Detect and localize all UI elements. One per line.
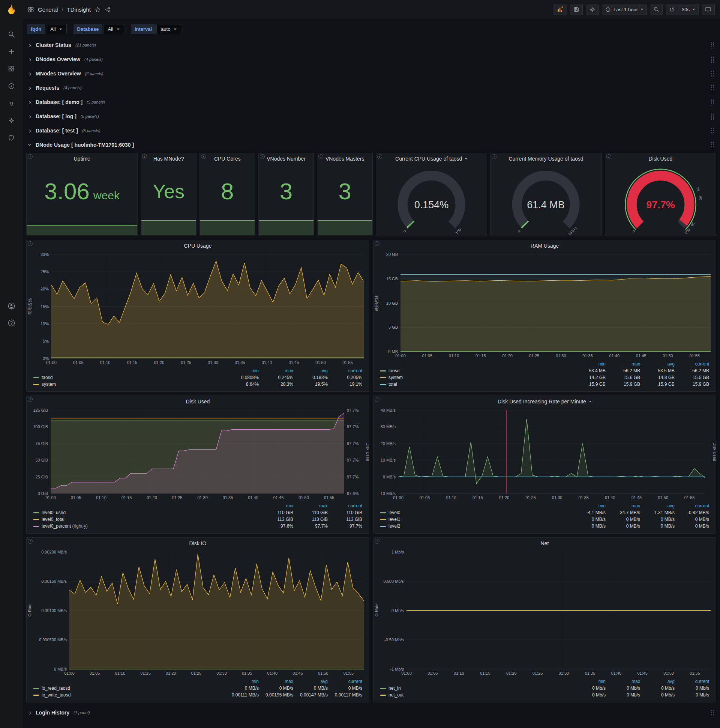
panel-title[interactable]: CPU Usage [27, 240, 369, 251]
panel-title[interactable]: VNodes Masters [317, 153, 372, 164]
dashboard-settings-button[interactable] [586, 4, 599, 15]
legend-column-header[interactable]: current [329, 367, 364, 374]
info-icon[interactable]: i [375, 539, 380, 544]
variable-interval-dropdown[interactable]: auto [156, 24, 181, 34]
legend-column-header[interactable]: min [260, 502, 295, 509]
drag-handle-icon[interactable] [711, 113, 715, 120]
refresh-picker[interactable]: 30s [666, 4, 699, 15]
legend-column-header[interactable]: current [329, 502, 364, 509]
kiosk-tv-button[interactable] [702, 4, 715, 15]
info-icon[interactable]: i [377, 154, 382, 159]
info-icon[interactable]: i [28, 539, 33, 544]
panel-title[interactable]: Uptime [27, 153, 137, 164]
panel-title[interactable]: Disk Used Increasing Rate per Minute [374, 396, 716, 407]
legend-series-label[interactable]: level0_percent (right-y) [32, 523, 260, 529]
cpu-usage-chart[interactable]: 0%5%10%15%20%25%30%01:0001:0501:1001:150… [27, 251, 369, 367]
disk-io-chart[interactable]: 0 MB/s0.000500 MB/s0.00100 MB/s0.00150 M… [27, 549, 369, 678]
legend-column-header[interactable]: avg [642, 361, 676, 367]
legend-series-label[interactable]: io_write_taosd [32, 691, 226, 698]
drag-handle-icon[interactable] [711, 42, 715, 48]
legend-series-label[interactable]: net_in [379, 685, 573, 691]
panel-title[interactable]: CPU Cores [200, 153, 255, 164]
row-login-history[interactable]: › Login History (1 panel) [26, 706, 716, 719]
panel-title[interactable]: Current CPU Usage of taosd [376, 153, 487, 164]
legend-series-label[interactable]: level0 [379, 509, 573, 516]
row-cluster-status[interactable]: › Cluster Status (21 panels) [26, 39, 716, 51]
legend-column-header[interactable]: max [607, 502, 642, 509]
server-admin-shield-icon[interactable] [6, 132, 17, 143]
legend-series-label[interactable]: system [32, 381, 226, 388]
info-icon[interactable]: i [375, 397, 380, 402]
row-database-demo[interactable]: › Database: [ demo ] (5 panels) [26, 96, 716, 109]
disk-used-chart[interactable]: 0 GiB25 GiB50 GiB75 GiB100 GiB125 GiB97.… [27, 407, 369, 502]
legend-series-label[interactable]: taosd [379, 367, 573, 374]
create-plus-icon[interactable] [6, 46, 17, 57]
legend-series-label[interactable]: io_read_taosd [32, 685, 226, 691]
legend-column-header[interactable]: min [573, 361, 607, 367]
legend-column-header[interactable]: max [295, 502, 329, 509]
info-icon[interactable]: i [606, 154, 611, 159]
panel-title[interactable]: VNodes Number [259, 153, 314, 164]
drag-handle-icon[interactable] [711, 142, 715, 148]
legend-series-label[interactable]: system [379, 374, 573, 381]
zoom-out-button[interactable] [650, 4, 663, 15]
panel-title[interactable]: Net [374, 538, 716, 549]
help-icon[interactable] [6, 317, 17, 328]
legend-series-label[interactable]: level2 [379, 523, 573, 529]
breadcrumb-section[interactable]: General [38, 6, 58, 13]
dashboards-icon[interactable] [6, 63, 17, 74]
row-mnodes-overview[interactable]: › MNodes Overview (2 panels) [26, 67, 716, 80]
legend-column-header[interactable]: max [260, 678, 295, 685]
explore-compass-icon[interactable] [6, 80, 17, 92]
disk-rate-chart[interactable]: -10 MB/s0 MB/s10 MB/s20 MB/s30 MB/s40 MB… [374, 407, 716, 502]
grafana-logo-icon[interactable] [5, 4, 17, 16]
drag-handle-icon[interactable] [711, 99, 715, 106]
search-icon[interactable] [6, 29, 17, 40]
info-icon[interactable]: i [28, 397, 33, 402]
row-database-test[interactable]: › Database: [ test ] (5 panels) [26, 124, 716, 137]
variable-fqdn-dropdown[interactable]: All [46, 24, 66, 34]
favorite-star-icon[interactable] [95, 6, 101, 13]
row-database-log[interactable]: › Database: [ log ] (5 panels) [26, 110, 716, 123]
info-icon[interactable]: i [28, 241, 33, 246]
legend-column-header[interactable]: min [226, 367, 260, 374]
legend-column-header[interactable]: current [329, 678, 364, 685]
save-dashboard-button[interactable] [570, 4, 583, 15]
drag-handle-icon[interactable] [711, 85, 715, 91]
user-avatar-icon[interactable] [6, 300, 17, 312]
configuration-gear-icon[interactable] [6, 115, 17, 126]
breadcrumb-page[interactable]: TDinsight [67, 6, 91, 13]
legend-column-header[interactable]: min [573, 502, 607, 509]
panel-title[interactable]: Disk Used [605, 153, 716, 164]
legend-column-header[interactable]: max [607, 361, 642, 367]
legend-series-label[interactable]: total [379, 381, 573, 388]
panel-title[interactable]: Has MNode? [141, 153, 196, 164]
info-icon[interactable]: i [28, 154, 33, 159]
legend-column-header[interactable]: max [607, 678, 642, 685]
info-icon[interactable]: i [260, 154, 265, 159]
variable-database-dropdown[interactable]: All [103, 24, 124, 34]
drag-handle-icon[interactable] [711, 56, 715, 63]
legend-series-label[interactable]: taosd [32, 374, 226, 381]
info-icon[interactable]: i [375, 241, 380, 246]
share-icon[interactable] [105, 6, 111, 13]
legend-series-label[interactable]: net_out [379, 691, 573, 698]
time-range-picker[interactable]: Last 1 hour [602, 4, 647, 15]
row-requests[interactable]: › Requests (4 panels) [26, 81, 716, 94]
alerting-bell-icon[interactable] [6, 98, 17, 109]
drag-handle-icon[interactable] [711, 710, 715, 716]
legend-column-header[interactable]: avg [642, 678, 676, 685]
row-dnodes-overview[interactable]: › DNodes Overview (4 panels) [26, 53, 716, 66]
row-dnode-usage[interactable]: › DNode Usage [ huolinhe-TM1701:6030 ] [26, 138, 716, 151]
panel-title[interactable]: Disk IO [27, 538, 369, 549]
legend-column-header[interactable]: current [676, 678, 711, 685]
legend-column-header[interactable]: current [676, 502, 711, 509]
legend-column-header[interactable]: min [226, 678, 260, 685]
legend-series-label[interactable]: level0_total [32, 516, 260, 523]
legend-column-header[interactable]: current [676, 361, 711, 367]
legend-series-label[interactable]: level0_used [32, 509, 260, 516]
drag-handle-icon[interactable] [711, 128, 715, 134]
info-icon[interactable]: i [201, 154, 206, 159]
legend-column-header[interactable]: avg [295, 367, 329, 374]
panel-title[interactable]: Current Memory Usage of taosd [491, 153, 601, 164]
